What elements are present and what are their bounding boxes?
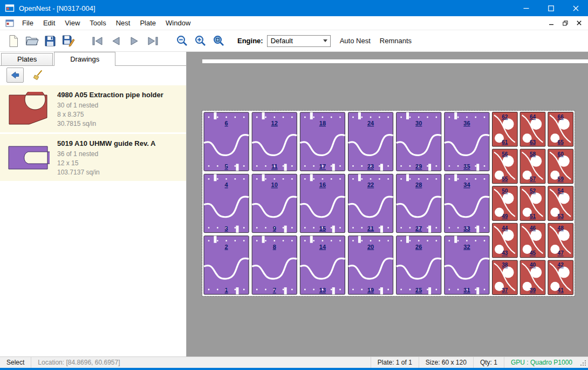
menu-item-edit[interactable]: Edit <box>38 19 60 27</box>
part-number: 59 <box>558 176 564 182</box>
minimize-button[interactable] <box>514 0 538 16</box>
part-number: 31 <box>463 287 470 293</box>
titlebar[interactable]: OpenNest - [N0317-004] <box>0 0 588 16</box>
nested-guide-pair[interactable]: 1615 <box>300 174 345 232</box>
part-number: 26 <box>415 244 422 250</box>
drawing-item[interactable]: 5019 A10 UHMW guide Rev. A 36 of 1 neste… <box>0 134 186 181</box>
part-number: 5 <box>225 163 228 170</box>
part-number: 37 <box>502 287 508 293</box>
nested-guide-pair[interactable]: 1817 <box>300 112 345 171</box>
mdi-minimize-button[interactable] <box>549 21 554 25</box>
nested-holder-pair[interactable]: 4847 <box>548 223 573 258</box>
new-page-icon <box>8 35 19 48</box>
mdi-close-button[interactable] <box>577 21 582 25</box>
send-to-nest-button[interactable] <box>6 68 24 83</box>
nested-holder-pair[interactable]: 5857 <box>520 149 545 184</box>
menu-item-view[interactable]: View <box>60 19 85 27</box>
part-number: 47 <box>558 250 564 256</box>
part-number: 45 <box>530 250 536 256</box>
part-number: 33 <box>463 225 470 232</box>
part-number: 22 <box>367 181 374 188</box>
maximize-button[interactable] <box>538 0 563 16</box>
zoom-fit-button[interactable] <box>209 32 228 50</box>
remnants-button[interactable]: Remnants <box>380 37 412 45</box>
part-number: 66 <box>558 114 564 120</box>
tab-plates[interactable]: Plates <box>1 53 53 65</box>
nested-guide-pair[interactable]: 65 <box>204 112 249 171</box>
part-number: 30 <box>415 120 422 126</box>
resize-grip[interactable] <box>580 360 587 367</box>
grip-dots-icon <box>580 360 587 367</box>
zoom-out-button[interactable] <box>173 32 191 50</box>
part-number: 34 <box>463 181 470 188</box>
nested-guide-pair[interactable]: 87 <box>252 236 297 294</box>
drawing-title: 5019 A10 UHMW guide Rev. A <box>57 139 155 147</box>
canvas-top-strip <box>202 59 588 63</box>
engine-select[interactable]: Default <box>267 35 331 47</box>
new-document-button[interactable] <box>4 32 23 50</box>
nested-guide-pair[interactable]: 43 <box>204 174 249 232</box>
drawing-item[interactable]: 4980 A05 Extraction pipe holder 30 of 1 … <box>0 85 186 132</box>
nested-holder-pair[interactable]: 4443 <box>493 223 518 258</box>
nested-guide-pair[interactable]: 1413 <box>300 236 345 294</box>
nested-guide-pair[interactable]: 2423 <box>348 112 393 171</box>
main-toolbar: Engine: Default Auto Nest Remnants <box>0 30 588 52</box>
nested-holder-pair[interactable]: 5049 <box>493 186 518 221</box>
save-as-button[interactable] <box>59 32 78 50</box>
menu-item-file[interactable]: File <box>17 19 38 27</box>
nav-next-button[interactable] <box>125 32 143 50</box>
nested-guide-pair[interactable]: 3029 <box>396 112 441 171</box>
engine-label: Engine: <box>237 37 263 45</box>
nested-holder-pair[interactable]: 5453 <box>548 186 573 221</box>
nesting-canvas[interactable]: 6512111817242330293635431091615222128273… <box>187 52 588 356</box>
menu-item-plate[interactable]: Plate <box>135 19 161 27</box>
drawing-thumbnail <box>5 89 51 129</box>
part-number: 9 <box>273 225 276 232</box>
plate-svg[interactable]: 6512111817242330293635431091615222128273… <box>202 111 575 296</box>
nested-holder-pair[interactable]: 6463 <box>520 112 545 147</box>
nested-holder-pair[interactable]: 3837 <box>493 260 518 295</box>
nested-guide-pair[interactable]: 2625 <box>396 236 441 294</box>
nested-guide-pair[interactable]: 109 <box>252 174 297 232</box>
nested-holder-pair[interactable]: 4241 <box>548 260 573 295</box>
plate[interactable]: 6512111817242330293635431091615222128273… <box>202 111 575 296</box>
nav-last-button[interactable] <box>143 32 162 50</box>
save-button[interactable] <box>41 32 59 50</box>
part-number: 35 <box>463 163 470 170</box>
nested-holder-pair[interactable]: 5251 <box>520 186 545 221</box>
drawing-nested-count: 30 of 1 nested <box>57 101 163 110</box>
nav-first-button[interactable] <box>88 32 107 50</box>
nested-holder-pair[interactable]: 6059 <box>548 149 573 184</box>
nested-guide-pair[interactable]: 21 <box>204 236 249 294</box>
tab-drawings[interactable]: Drawings <box>54 52 115 66</box>
nested-guide-pair[interactable]: 2827 <box>396 174 441 232</box>
nested-guide-pair[interactable]: 3433 <box>445 174 489 232</box>
auto-nest-button[interactable]: Auto Nest <box>340 37 371 45</box>
nested-guide-pair[interactable]: 1211 <box>252 112 297 171</box>
nav-prev-button[interactable] <box>107 32 125 50</box>
uhmw-guide-shape <box>9 146 50 169</box>
part-number: 61 <box>502 139 508 145</box>
status-plate: Plate: 1 of 1 <box>371 357 419 368</box>
nested-holder-pair[interactable]: 4039 <box>520 260 545 295</box>
part-number: 4 <box>225 181 229 188</box>
mdi-restore-button[interactable] <box>563 21 568 26</box>
clear-button[interactable] <box>30 68 46 82</box>
nested-holder-pair[interactable]: 4645 <box>520 223 545 258</box>
close-button[interactable] <box>563 0 588 16</box>
nested-holder-pair[interactable]: 5655 <box>493 149 518 184</box>
nested-guide-pair[interactable]: 2019 <box>348 236 393 294</box>
part-number: 1 <box>225 287 228 293</box>
menu-item-nest[interactable]: Nest <box>111 19 135 27</box>
nested-guide-pair[interactable]: 3231 <box>445 236 489 294</box>
nested-holder-pair[interactable]: 6665 <box>548 112 573 147</box>
nested-holder-pair[interactable]: 6261 <box>493 112 518 147</box>
menu-item-window[interactable]: Window <box>161 19 195 27</box>
drawing-size: 12 x 15 <box>57 159 155 168</box>
zoom-in-button[interactable] <box>191 32 209 50</box>
menu-item-tools[interactable]: Tools <box>85 19 111 27</box>
nested-guide-pair[interactable]: 3635 <box>445 112 489 171</box>
nested-guide-pair[interactable]: 2221 <box>348 174 393 232</box>
close-icon <box>573 5 579 11</box>
open-button[interactable] <box>23 32 41 50</box>
